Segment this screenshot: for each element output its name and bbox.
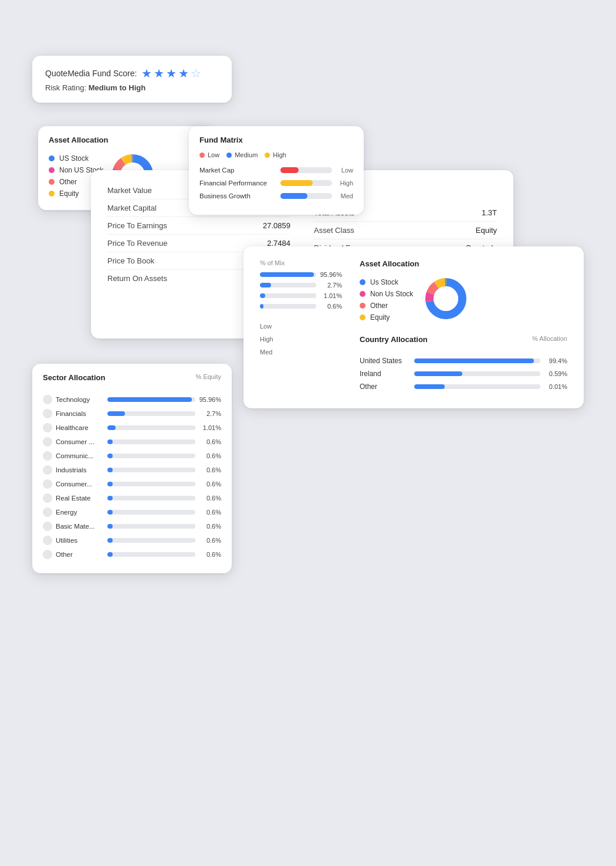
sector-row-other: Other 0.6% bbox=[43, 550, 221, 559]
matrix-legend: Low Medium High bbox=[199, 151, 353, 158]
svg-point-9 bbox=[434, 286, 458, 311]
us-stock-dot bbox=[49, 155, 55, 161]
legend-us-stock: US Stock bbox=[49, 154, 103, 163]
country-bar-ireland bbox=[414, 371, 540, 376]
sector-fill-healthcare bbox=[107, 425, 116, 430]
sector-name-utilities: Utilities bbox=[56, 537, 104, 544]
sector-icon-realestate bbox=[43, 493, 52, 503]
sector-pct-consumer-disc: 0.6% bbox=[199, 438, 221, 445]
sector-header: Sector Allocation % Equity bbox=[43, 373, 221, 389]
matrix-business-label: Business Growth bbox=[199, 192, 276, 199]
return-assets-label: Return On Assets bbox=[107, 274, 167, 283]
sector-bar-realestate bbox=[107, 496, 195, 500]
country-alloc-section: Country Allocation % Allocation United S… bbox=[360, 335, 567, 391]
sector-icon-communic bbox=[43, 451, 52, 461]
country-row-ireland: Ireland 0.59% bbox=[360, 370, 567, 378]
sector-bar-healthcare bbox=[107, 425, 195, 430]
sector-mix-pct-3: 1.01% bbox=[320, 292, 342, 299]
country-name-other: Other bbox=[360, 383, 409, 391]
detail-non-us-dot bbox=[360, 291, 365, 297]
sector-mix-bar-track-3 bbox=[260, 293, 316, 298]
detail-left-col: % of Mix 95.96% 2.7% 1.01% bbox=[260, 259, 342, 395]
country-pct-other: 0.01% bbox=[545, 383, 567, 390]
sector-row-industrials: Industrials 0.6% bbox=[43, 465, 221, 475]
matrix-market-cap-label: Market Cap bbox=[199, 167, 276, 174]
sector-pct-industrials: 0.6% bbox=[199, 466, 221, 473]
sector-bar-consumer-stap bbox=[107, 482, 195, 486]
sector-name-industrials: Industrials bbox=[56, 466, 104, 473]
high-dot bbox=[265, 153, 270, 158]
matrix-legend-low: Low bbox=[199, 151, 219, 158]
sector-pct-technology: 95.96% bbox=[199, 396, 221, 403]
matrix-label-high: High bbox=[260, 336, 342, 343]
sector-pct-energy: 0.6% bbox=[199, 509, 221, 516]
risk-label: Risk Rating: bbox=[45, 83, 86, 92]
sector-pct-basic-mat: 0.6% bbox=[199, 523, 221, 530]
sector-row-healthcare: Healthcare 1.01% bbox=[43, 423, 221, 432]
detail-us-label: Us Stock bbox=[370, 278, 398, 286]
market-value-label: Market Value bbox=[107, 186, 152, 195]
stars-container: ★ ★ ★ ★ ☆ bbox=[141, 66, 201, 80]
price-earnings-row: Price To Earnings 27.0859 bbox=[107, 217, 290, 235]
high-label: High bbox=[273, 151, 286, 158]
risk-rating: Risk Rating: Medium to High bbox=[45, 83, 219, 92]
sector-icon-consumer-disc bbox=[43, 437, 52, 446]
country-name-ireland: Ireland bbox=[360, 370, 409, 378]
sector-bar-communic bbox=[107, 454, 195, 458]
sector-bar-energy bbox=[107, 510, 195, 515]
sector-name-financials: Financials bbox=[56, 410, 104, 417]
sector-bar-industrials bbox=[107, 468, 195, 472]
sector-mix-row-1: 95.96% bbox=[260, 271, 342, 278]
country-pct-us: 99.4% bbox=[545, 357, 567, 364]
asset-alloc-detail-title: Asset Allocation bbox=[360, 259, 567, 268]
sector-fill-realestate bbox=[107, 496, 113, 500]
matrix-business-fill bbox=[280, 193, 307, 199]
country-pct-ireland: 0.59% bbox=[545, 370, 567, 377]
low-label: Low bbox=[208, 151, 219, 158]
equity-dot bbox=[49, 191, 55, 197]
matrix-legend-medium: Medium bbox=[226, 151, 258, 158]
asset-alloc-detail-legend: Us Stock Non Us Stock Other Equity bbox=[360, 278, 413, 322]
detail-other-dot bbox=[360, 303, 365, 309]
sector-row-consumer-disc: Consumer ... 0.6% bbox=[43, 437, 221, 446]
sector-row-communic: Communic... 0.6% bbox=[43, 451, 221, 461]
country-name-us: United States bbox=[360, 357, 409, 365]
sector-fill-financials bbox=[107, 411, 125, 416]
total-assets-value: 1.3T bbox=[482, 208, 497, 217]
sector-mix-pct-2: 2.7% bbox=[320, 282, 342, 289]
price-earnings-value: 27.0859 bbox=[263, 221, 290, 230]
sector-row-basic-mat: Basic Mate... 0.6% bbox=[43, 522, 221, 531]
other-label: Other bbox=[59, 178, 77, 186]
sector-icon-energy bbox=[43, 508, 52, 517]
sector-row-utilities: Utilities 0.6% bbox=[43, 536, 221, 545]
star-3: ★ bbox=[166, 66, 177, 80]
sector-mix-bar-fill-2 bbox=[260, 283, 271, 287]
fund-matrix-title: Fund Matrix bbox=[199, 136, 353, 144]
sector-bar-consumer-disc bbox=[107, 439, 195, 444]
matrix-business-row: Business Growth Med bbox=[199, 192, 353, 199]
detail-card: % of Mix 95.96% 2.7% 1.01% bbox=[243, 246, 584, 408]
fund-score-title: QuoteMedia Fund Score: ★ ★ ★ ★ ☆ bbox=[45, 66, 219, 80]
sector-pct-other: 0.6% bbox=[199, 551, 221, 558]
sector-bar-basic-mat bbox=[107, 524, 195, 529]
matrix-legend-high: High bbox=[265, 151, 286, 158]
matrix-label-med: Med bbox=[260, 349, 342, 356]
medium-label: Medium bbox=[235, 151, 258, 158]
non-us-dot bbox=[49, 167, 55, 173]
matrix-financial-row: Financial Performance High bbox=[199, 180, 353, 187]
matrix-business-value: Med bbox=[337, 192, 353, 199]
fund-matrix-card: Fund Matrix Low Medium High Market Cap L… bbox=[189, 126, 364, 215]
sector-name-other: Other bbox=[56, 551, 104, 558]
price-earnings-label: Price To Earnings bbox=[107, 221, 167, 230]
sector-pct-consumer-stap: 0.6% bbox=[199, 481, 221, 488]
sector-icon-basic-mat bbox=[43, 522, 52, 531]
sector-mix-pct-1: 95.96% bbox=[320, 271, 342, 278]
sector-icon-industrials bbox=[43, 465, 52, 475]
sector-fill-industrials bbox=[107, 468, 113, 472]
sector-row-consumer-stap: Consumer... 0.6% bbox=[43, 479, 221, 489]
asset-class-value: Equity bbox=[476, 226, 497, 235]
detail-equity-dot bbox=[360, 314, 365, 320]
sector-fill-consumer-disc bbox=[107, 439, 113, 444]
sector-icon-other bbox=[43, 550, 52, 559]
sector-name-technology: Technology bbox=[56, 396, 104, 403]
